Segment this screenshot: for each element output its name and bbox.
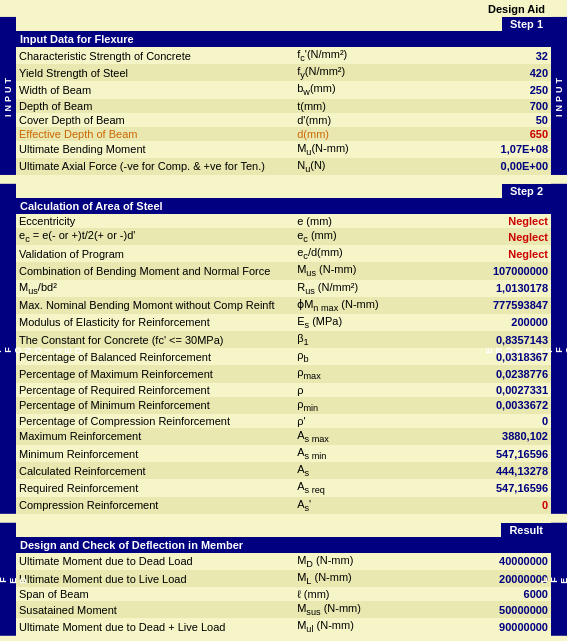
deflection-sidebar-right: DEFL xyxy=(551,523,567,636)
row-symbol: ρmax xyxy=(294,365,428,382)
step2-table: Eccentricity e (mm) Neglect ec = e(- or … xyxy=(16,214,551,514)
row-label: Ultimate Moment due to Dead + Live Load xyxy=(16,618,294,635)
row-value: 0 xyxy=(428,497,551,514)
table-row: Mus/bd² Rus (N/mm²) 1,0130178 xyxy=(16,280,551,297)
row-value: Neglect xyxy=(428,228,551,245)
row-label: Percentage of Minimum Reinforcement xyxy=(16,397,294,414)
row-symbol: bw(mm) xyxy=(294,81,428,98)
table-row: Yield Strength of Steel fy(N/mm²) 420 xyxy=(16,64,551,81)
table-row: Ultimate Bending Moment Mu(N-mm) 1,07E+0… xyxy=(16,141,551,158)
table-row: Width of Beam bw(mm) 250 xyxy=(16,81,551,98)
table-row: Ultimate Moment due to Dead + Live Load … xyxy=(16,618,551,635)
row-symbol: ρmin xyxy=(294,397,428,414)
row-symbol: MD (N-mm) xyxy=(294,553,428,570)
row-value: 20000000 xyxy=(428,570,551,587)
row-value: 0,0238776 xyxy=(428,365,551,382)
row-symbol: Es (MPa) xyxy=(294,314,428,331)
row-label: Susatained Moment xyxy=(16,601,294,618)
row-label: Effective Depth of Beam xyxy=(16,127,294,141)
row-label: Cover Depth of Beam xyxy=(16,113,294,127)
row-label: Required Reinforcement xyxy=(16,479,294,496)
row-symbol: Mu(N-mm) xyxy=(294,141,428,158)
row-symbol: d'(mm) xyxy=(294,113,428,127)
step1-section-header: Input Data for Flexure xyxy=(16,31,551,47)
row-symbol: As' xyxy=(294,497,428,514)
row-symbol: ρb xyxy=(294,348,428,365)
row-label: Calculated Reinforcement xyxy=(16,462,294,479)
row-value: 50000000 xyxy=(428,601,551,618)
row-label: Compression Reinforcement xyxy=(16,497,294,514)
row-value: 200000 xyxy=(428,314,551,331)
table-row: Percentage of Maximum Reinforcement ρmax… xyxy=(16,365,551,382)
table-row: ec = e(- or +)t/2(+ or -)d' ec (mm) Negl… xyxy=(16,228,551,245)
row-value: 250 xyxy=(428,81,551,98)
result-table: Ultimate Moment due to Dead Load MD (N-m… xyxy=(16,553,551,636)
row-value: 50 xyxy=(428,113,551,127)
row-label: Eccentricity xyxy=(16,214,294,228)
table-row: Cover Depth of Beam d'(mm) 50 xyxy=(16,113,551,127)
input-sidebar-left: INPUT xyxy=(0,17,16,175)
row-value: 1,0130178 xyxy=(428,280,551,297)
row-value: Neglect xyxy=(428,214,551,228)
row-label: ec = e(- or +)t/2(+ or -)d' xyxy=(16,228,294,245)
row-symbol: β1 xyxy=(294,331,428,348)
table-row: Modulus of Elasticity for Reinforcement … xyxy=(16,314,551,331)
row-value: Neglect xyxy=(428,245,551,262)
table-row: Required Reinforcement As req 547,16596 xyxy=(16,479,551,496)
row-symbol: Mul (N-mm) xyxy=(294,618,428,635)
row-symbol: ec/d(mm) xyxy=(294,245,428,262)
row-value: 777593847 xyxy=(428,297,551,314)
row-value: 547,16596 xyxy=(428,479,551,496)
row-label: Width of Beam xyxy=(16,81,294,98)
row-label: Validation of Program xyxy=(16,245,294,262)
row-label: Depth of Beam xyxy=(16,99,294,113)
row-symbol: As xyxy=(294,462,428,479)
row-label: Yield Strength of Steel xyxy=(16,64,294,81)
row-label: Combination of Bending Moment and Normal… xyxy=(16,262,294,279)
row-label: Characteristic Strength of Concrete xyxy=(16,47,294,64)
table-row: Minimum Reinforcement As min 547,16596 xyxy=(16,445,551,462)
row-label: Minimum Reinforcement xyxy=(16,445,294,462)
row-value: 0 xyxy=(428,414,551,428)
row-value: 3880,102 xyxy=(428,428,551,445)
row-symbol: t(mm) xyxy=(294,99,428,113)
table-row: Compression Reinforcement As' 0 xyxy=(16,497,551,514)
row-label: Mus/bd² xyxy=(16,280,294,297)
table-row: Ultimate Moment due to Live Load ML (N-m… xyxy=(16,570,551,587)
step1-label: Step 1 xyxy=(502,17,551,31)
row-symbol: ρ xyxy=(294,383,428,397)
row-value: 0,00E+00 xyxy=(428,158,551,175)
step2-section-header: Calculation of Area of Steel xyxy=(16,198,551,214)
table-row: Percentage of Compression Reinforcement … xyxy=(16,414,551,428)
deflection-sidebar-left: DEFL xyxy=(0,523,16,636)
table-row: Ultimate Axial Force (-ve for Comp. & +v… xyxy=(16,158,551,175)
result-label: Result xyxy=(501,523,551,537)
step1-table: Characteristic Strength of Concrete fc'(… xyxy=(16,47,551,175)
row-value: 90000000 xyxy=(428,618,551,635)
row-value: 0,0033672 xyxy=(428,397,551,414)
row-symbol: d(mm) xyxy=(294,127,428,141)
table-row: Combination of Bending Moment and Normal… xyxy=(16,262,551,279)
table-row: Maximum Reinforcement As max 3880,102 xyxy=(16,428,551,445)
row-label: Ultimate Bending Moment xyxy=(16,141,294,158)
row-value: 6000 xyxy=(428,587,551,601)
row-value: 107000000 xyxy=(428,262,551,279)
row-symbol: Mus (N-mm) xyxy=(294,262,428,279)
row-value: 650 xyxy=(428,127,551,141)
row-symbol: fy(N/mm²) xyxy=(294,64,428,81)
row-symbol: Nu(N) xyxy=(294,158,428,175)
row-symbol: ϕMn max (N-mm) xyxy=(294,297,428,314)
table-row: Validation of Program ec/d(mm) Neglect xyxy=(16,245,551,262)
row-symbol: Rus (N/mm²) xyxy=(294,280,428,297)
row-symbol: ec (mm) xyxy=(294,228,428,245)
design-sidebar-left: D E S I G N O F F L E X U R E xyxy=(0,184,16,514)
row-label: Percentage of Compression Reinforcement xyxy=(16,414,294,428)
row-symbol: As max xyxy=(294,428,428,445)
row-value: 700 xyxy=(428,99,551,113)
table-row: Percentage of Minimum Reinforcement ρmin… xyxy=(16,397,551,414)
row-symbol: fc'(N/mm²) xyxy=(294,47,428,64)
row-value: 32 xyxy=(428,47,551,64)
row-symbol: ρ' xyxy=(294,414,428,428)
table-row: Susatained Moment Msus (N-mm) 50000000 xyxy=(16,601,551,618)
row-label: Span of Beam xyxy=(16,587,294,601)
